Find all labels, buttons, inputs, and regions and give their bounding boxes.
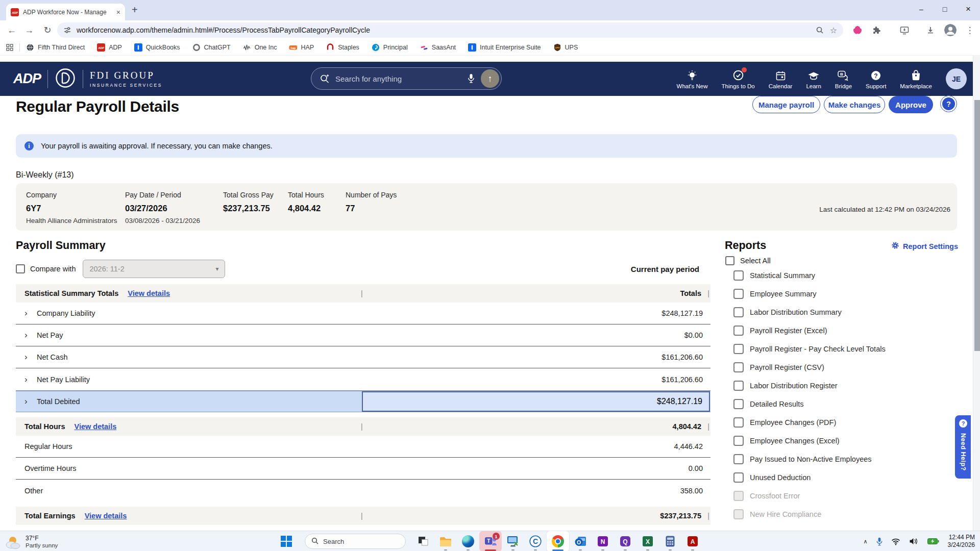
checkbox[interactable]: [733, 381, 744, 391]
extensions-puzzle-icon[interactable]: [868, 20, 885, 40]
browser-menu-icon[interactable]: ⋮: [962, 20, 978, 40]
tray-microphone-icon[interactable]: [876, 537, 883, 546]
browser-tab[interactable]: ADP ADP Workforce Now - Manage ×: [6, 4, 125, 20]
checkbox[interactable]: [733, 289, 744, 299]
nav-learn[interactable]: Learn: [806, 69, 821, 89]
selected-cell[interactable]: $248,127.19: [362, 391, 710, 412]
new-tab-button[interactable]: +: [132, 4, 138, 16]
bookmark-one-inc[interactable]: One Inc: [243, 43, 277, 52]
side-panel-icon[interactable]: [896, 20, 913, 40]
report-option-payroll-register-csv[interactable]: Payroll Register (CSV): [733, 362, 963, 372]
bookmark-principal[interactable]: Principal: [372, 43, 408, 52]
column-divider[interactable]: |: [707, 422, 709, 431]
taskbar-outlook[interactable]: O: [569, 531, 592, 551]
nav-support[interactable]: ?Support: [866, 69, 886, 89]
reload-button[interactable]: ↻: [40, 20, 55, 40]
tab-close-icon[interactable]: ×: [116, 8, 120, 16]
compare-checkbox[interactable]: [16, 264, 25, 273]
nav-things-to-do[interactable]: Things to Do: [722, 69, 755, 89]
maximize-button[interactable]: □: [933, 0, 957, 18]
wifi-icon[interactable]: [891, 538, 900, 545]
profile-avatar[interactable]: [942, 20, 959, 40]
report-option-unused-deduction[interactable]: Unused Deduction: [733, 472, 963, 483]
compare-period-select[interactable]: 2026: 11-2 ▾: [83, 260, 225, 278]
scrollbar-thumb[interactable]: [974, 100, 980, 351]
pinned-extension-icon[interactable]: [849, 20, 866, 40]
table-row-company-liability[interactable]: ›Company Liability$248,127.19: [16, 303, 710, 324]
taskbar-calculator[interactable]: [659, 531, 681, 551]
report-option-statistical-summary[interactable]: Statistical Summary: [733, 270, 963, 281]
expand-chevron-icon[interactable]: ›: [24, 308, 37, 318]
back-button[interactable]: ←: [4, 20, 19, 40]
expand-chevron-icon[interactable]: ›: [24, 352, 37, 362]
report-settings-link[interactable]: Report Settings: [891, 241, 958, 251]
table-row-regular-hours[interactable]: Regular Hours4,446.42: [16, 436, 710, 458]
taskbar-edge[interactable]: [457, 531, 479, 551]
page-scrollbar[interactable]: [973, 56, 980, 531]
start-button[interactable]: [281, 536, 292, 547]
weather-widget[interactable]: 37°F Partly sunny: [4, 533, 58, 550]
checkbox[interactable]: [733, 270, 744, 281]
need-help-tab[interactable]: ? Need Help?: [955, 415, 971, 479]
bookmark-ups[interactable]: UPSUPS: [553, 43, 578, 52]
report-option-labor-distribution-register[interactable]: Labor Distribution Register: [733, 381, 963, 391]
taskbar-search[interactable]: Search: [305, 534, 406, 549]
report-option-payroll-register-excel[interactable]: Payroll Register (Excel): [733, 325, 963, 336]
column-divider[interactable]: |: [361, 289, 363, 297]
taskbar-onenote[interactable]: N: [592, 531, 614, 551]
forward-button[interactable]: →: [21, 20, 37, 40]
table-row-net-cash[interactable]: ›Net Cash$161,206.60: [16, 346, 710, 368]
checkbox[interactable]: [733, 344, 744, 354]
checkbox[interactable]: [733, 399, 744, 409]
column-divider[interactable]: |: [361, 512, 363, 520]
nav-marketplace[interactable]: Marketplace: [900, 69, 932, 89]
report-option-payroll-register-pay-check-level-totals[interactable]: Payroll Register - Pay Check Level Total…: [733, 344, 963, 354]
bookmark-hap[interactable]: hapHAP: [289, 43, 314, 52]
bookmark-quickbooks[interactable]: QuickBooks: [134, 43, 180, 52]
table-row-net-pay-liability[interactable]: ›Net Pay Liability$161,206.60: [16, 368, 710, 390]
nav-calendar[interactable]: Calendar: [769, 69, 793, 89]
battery-icon[interactable]: [927, 538, 939, 544]
microphone-icon[interactable]: [468, 73, 475, 84]
expand-chevron-icon[interactable]: ›: [24, 330, 37, 340]
table-row-other[interactable]: Other358.00: [16, 480, 710, 502]
taskbar-acrobat[interactable]: A: [681, 531, 704, 551]
view-details-link[interactable]: View details: [128, 289, 170, 297]
taskbar-quickbooks-time[interactable]: Q: [614, 531, 636, 551]
column-divider[interactable]: |: [361, 422, 363, 431]
select-all-row[interactable]: Select All: [725, 256, 771, 265]
user-avatar[interactable]: JE: [946, 68, 967, 89]
make-changes-button[interactable]: Make changes: [824, 96, 885, 113]
address-bar[interactable]: workforcenow.adp.com/theme/admin.html#/P…: [57, 22, 843, 38]
apps-grid-icon[interactable]: [6, 44, 13, 51]
report-option-employee-changes-excel[interactable]: Employee Changes (Excel): [733, 436, 963, 446]
global-search-input[interactable]: [335, 74, 468, 83]
tray-chevron-icon[interactable]: ∧: [864, 538, 868, 545]
report-option-employee-changes-pdf[interactable]: Employee Changes (PDF): [733, 417, 963, 428]
bookmark-staples[interactable]: Staples: [326, 43, 359, 52]
url-text[interactable]: workforcenow.adp.com/theme/admin.html#/P…: [77, 26, 810, 34]
checkbox[interactable]: [733, 472, 744, 483]
bookmark-intuit-enterprise-suite[interactable]: Intuit Enterprise Suite: [468, 43, 541, 52]
table-row-overtime-hours[interactable]: Overtime Hours0.00: [16, 458, 710, 480]
zoom-icon[interactable]: [816, 26, 824, 34]
expand-chevron-icon[interactable]: ›: [24, 396, 37, 407]
taskbar-task-view[interactable]: [412, 531, 434, 551]
clock[interactable]: 12:44 PM 3/24/2026: [948, 534, 975, 549]
taskbar-remote-desktop[interactable]: [502, 531, 524, 551]
checkbox[interactable]: [733, 436, 744, 446]
bookmark-chatgpt[interactable]: ChatGPT: [192, 43, 231, 52]
nav-bridge[interactable]: BBridge: [835, 69, 852, 89]
select-all-checkbox[interactable]: [725, 256, 734, 265]
report-option-labor-distribution-summary[interactable]: Labor Distribution Summary: [733, 307, 963, 317]
report-option-pay-issued-to-non-active-employees[interactable]: Pay Issued to Non-Active Employees: [733, 454, 963, 464]
expand-chevron-icon[interactable]: ›: [24, 374, 37, 385]
close-button[interactable]: ×: [957, 0, 980, 18]
manage-payroll-button[interactable]: Manage payroll: [752, 96, 820, 113]
report-option-employee-summary[interactable]: Employee Summary: [733, 289, 963, 299]
checkbox[interactable]: [733, 307, 744, 317]
taskbar-file-explorer[interactable]: [434, 531, 457, 551]
taskbar-c-app[interactable]: C: [524, 531, 547, 551]
bookmark-fifth-third-direct[interactable]: Fifth Third Direct: [26, 43, 85, 52]
view-details-link[interactable]: View details: [74, 422, 116, 431]
